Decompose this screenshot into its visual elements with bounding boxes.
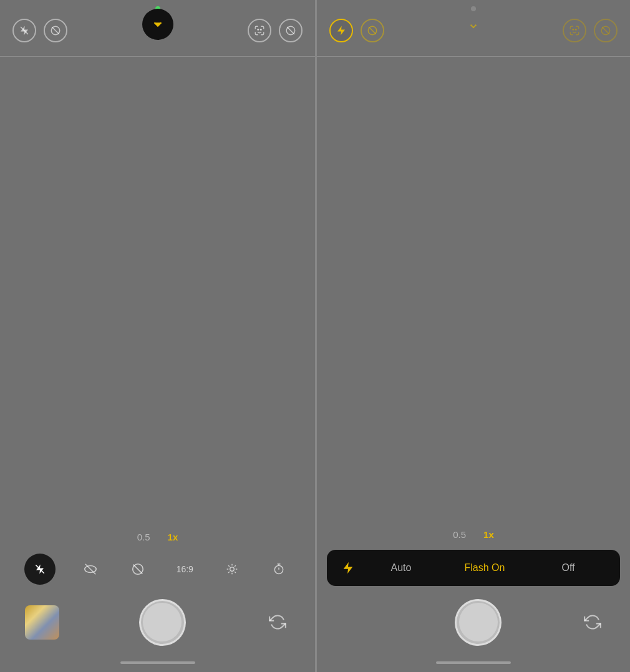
flash-on-icon[interactable] xyxy=(329,19,353,42)
photo-thumbnail[interactable] xyxy=(25,605,59,640)
flip-camera-icon-left[interactable] xyxy=(265,610,290,635)
svg-line-20 xyxy=(235,572,236,573)
camera-panel-left: 0.5 1x 16:9 xyxy=(0,0,315,672)
zoom-controls-left: 0.5 1x xyxy=(0,524,315,547)
camera-settings-icon-left[interactable] xyxy=(279,19,303,42)
top-bar-left-icons xyxy=(12,19,67,42)
flash-active-button[interactable] xyxy=(24,554,56,585)
top-bar-right-right-icons xyxy=(563,19,618,42)
svg-line-33 xyxy=(602,27,609,34)
home-indicator-right xyxy=(317,653,630,672)
svg-point-31 xyxy=(575,29,576,31)
live-icon[interactable] xyxy=(126,557,150,581)
zoom-wide-right[interactable]: 0.5 xyxy=(453,529,466,540)
viewfinder-right xyxy=(317,57,630,522)
viewfinder-left xyxy=(0,57,315,524)
svg-line-13 xyxy=(133,565,142,574)
flash-off-option[interactable]: Off xyxy=(526,559,610,577)
thumbnail-placeholder xyxy=(342,605,376,640)
svg-line-3 xyxy=(52,27,59,34)
svg-line-29 xyxy=(369,27,376,34)
camera-settings-icon-right[interactable] xyxy=(594,19,618,42)
hdr-icon[interactable] xyxy=(79,557,102,581)
svg-point-14 xyxy=(230,567,234,572)
home-indicator-left xyxy=(0,653,315,672)
timer-icon[interactable] xyxy=(267,557,291,581)
zoom-normal-right[interactable]: 1x xyxy=(483,529,494,540)
home-bar-right xyxy=(436,661,511,664)
svg-line-21 xyxy=(235,565,236,567)
shutter-row-left xyxy=(0,591,315,653)
svg-line-7 xyxy=(287,27,294,34)
chevron-down-button-right[interactable] xyxy=(462,15,485,37)
face-detection-icon-left[interactable] xyxy=(248,19,271,42)
top-bar-right xyxy=(317,0,630,56)
zoom-normal-left[interactable]: 1x xyxy=(168,532,178,542)
shutter-inner-right xyxy=(459,603,498,641)
live-off-icon-left[interactable] xyxy=(44,19,67,42)
svg-line-19 xyxy=(228,565,230,567)
flash-options-bar: Auto Flash On Off xyxy=(327,550,620,586)
flash-menu-icon xyxy=(337,557,359,579)
svg-point-4 xyxy=(258,29,259,31)
svg-point-30 xyxy=(573,29,574,31)
ratio-button[interactable]: 16:9 xyxy=(173,557,196,581)
svg-line-22 xyxy=(228,572,230,573)
svg-marker-27 xyxy=(337,26,345,36)
exposure-icon[interactable] xyxy=(220,557,244,581)
flip-camera-icon-right[interactable] xyxy=(580,610,605,635)
zoom-wide-left[interactable]: 0.5 xyxy=(137,532,150,542)
ratio-label: 16:9 xyxy=(177,564,193,574)
top-bar-right-left-icons xyxy=(329,19,384,42)
camera-panel-right: 0.5 1x Auto Flash On Off xyxy=(315,0,630,672)
flash-auto-option[interactable]: Auto xyxy=(359,559,443,577)
shutter-row-right xyxy=(317,591,630,653)
top-bar-left xyxy=(0,0,315,56)
face-detection-icon-right[interactable] xyxy=(563,19,586,42)
flash-on-option[interactable]: Flash On xyxy=(443,559,526,577)
bottom-toolbar-left: 16:9 xyxy=(0,547,315,591)
chevron-down-button-left[interactable] xyxy=(142,9,173,40)
flash-off-icon[interactable] xyxy=(12,19,36,42)
zoom-controls-right: 0.5 1x xyxy=(317,522,630,545)
svg-marker-34 xyxy=(344,562,353,574)
shutter-button-left[interactable] xyxy=(139,599,186,646)
top-bar-right-icons-left xyxy=(248,19,303,42)
live-off-icon-right[interactable] xyxy=(361,19,384,42)
svg-point-23 xyxy=(275,565,283,574)
shutter-inner-left xyxy=(143,603,182,641)
svg-point-5 xyxy=(260,29,261,31)
home-bar-left xyxy=(120,661,195,664)
shutter-button-right[interactable] xyxy=(455,599,502,646)
